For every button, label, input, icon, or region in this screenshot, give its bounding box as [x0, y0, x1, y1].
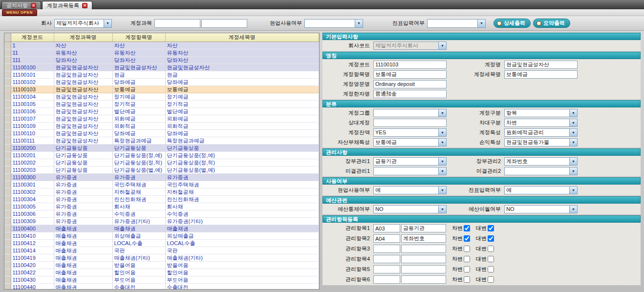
cell-subject[interactable]: 현금및현금성자산: [54, 107, 112, 115]
cell-code[interactable]: 11: [11, 49, 54, 56]
row-gutter[interactable]: [4, 217, 11, 225]
cell-detail[interactable]: 자산: [165, 42, 319, 49]
cell-item[interactable]: 단기금융상품(정,적): [112, 159, 165, 166]
cell-subject[interactable]: 매출채권: [54, 276, 112, 283]
cell-subject[interactable]: 단기금융상품: [54, 151, 112, 159]
cell-item[interactable]: 단기금융상품(별,예): [112, 166, 165, 173]
cell-subject[interactable]: 현금및현금성자산: [54, 137, 112, 144]
table-row[interactable]: 11100302유가증권지하철공채지하철공채: [4, 188, 319, 195]
cell-subject[interactable]: 유가증권: [54, 217, 112, 225]
asset-liability-attribute-select[interactable]: 보통예금▼: [373, 138, 447, 146]
cell-code[interactable]: 11100422: [11, 269, 54, 276]
row-gutter[interactable]: [4, 129, 11, 137]
row-gutter[interactable]: [4, 107, 11, 115]
cell-code[interactable]: 1: [11, 42, 54, 49]
account-group-select[interactable]: ▼: [373, 109, 447, 117]
cell-code[interactable]: 11100412: [11, 239, 54, 247]
cell-item[interactable]: 지하철공채: [112, 188, 165, 195]
row-gutter[interactable]: [4, 144, 11, 151]
account-balance-select[interactable]: YES▼: [373, 128, 447, 137]
cell-item[interactable]: 유동자산: [112, 49, 165, 56]
cell-code[interactable]: 11100107: [11, 115, 54, 122]
cell-code[interactable]: 11100200: [11, 144, 54, 151]
row-gutter[interactable]: [4, 78, 11, 85]
row-gutter[interactable]: [4, 151, 11, 159]
cell-subject[interactable]: 현금및현금성자산: [54, 78, 112, 85]
ledger-mgmt1-select[interactable]: 금융기관▼: [373, 157, 447, 166]
cell-code[interactable]: 11100400: [11, 225, 54, 232]
table-row[interactable]: 11100422매출채권할인어음할인어음: [4, 269, 319, 276]
cell-subject[interactable]: 매출채권: [54, 261, 112, 269]
cell-code[interactable]: 11100309: [11, 217, 54, 225]
row-gutter[interactable]: [4, 269, 11, 276]
table-row[interactable]: 11100301유가증권국민주택채권국민주택채권: [4, 181, 319, 188]
cell-item[interactable]: 전신전화채권: [112, 195, 165, 203]
cell-detail[interactable]: 단기금융상품(별,예): [165, 166, 319, 173]
row-gutter[interactable]: [4, 173, 11, 181]
cell-code[interactable]: 11100302: [11, 188, 54, 195]
cell-subject[interactable]: 매출채권: [54, 283, 112, 290]
cell-code[interactable]: 11100304: [11, 195, 54, 203]
cell-item[interactable]: 매출채권(기타): [112, 254, 165, 261]
ledger-mgmt2-select[interactable]: 계좌번호▼: [504, 157, 578, 166]
cell-code[interactable]: 11100440: [11, 283, 54, 290]
cell-detail[interactable]: 정기적금: [165, 100, 319, 107]
table-row[interactable]: 11100412매출채권LOCAL수출LOCAL수출: [4, 239, 319, 247]
row-gutter[interactable]: [4, 93, 11, 100]
table-row[interactable]: 11100200단기금융상품단기금융상품단기금융상품: [4, 144, 319, 151]
cell-subject[interactable]: 단기금융상품: [54, 159, 112, 166]
cell-detail[interactable]: 단기금융상품(정,적): [165, 159, 319, 166]
cell-item[interactable]: 당좌예금: [112, 78, 165, 85]
cell-detail[interactable]: 전신전화채권: [165, 195, 319, 203]
cell-item[interactable]: 수익증권: [112, 210, 165, 217]
cell-item[interactable]: 부도어음: [112, 276, 165, 283]
debit-checkbox-5[interactable]: [464, 266, 470, 272]
mgmt-item-code-input-5[interactable]: [373, 265, 400, 273]
cell-item[interactable]: 보통예금: [112, 85, 165, 93]
mgmt-item-code-input-2[interactable]: [373, 234, 400, 243]
row-gutter[interactable]: [4, 181, 11, 188]
cell-code[interactable]: 11100410: [11, 232, 54, 239]
tab-account-registration[interactable]: 계정과목등록 ✕: [42, 1, 92, 9]
table-row[interactable]: 11100102현금및현금성자산당좌예금당좌예금: [4, 78, 319, 85]
credit-checkbox-3[interactable]: [488, 246, 494, 252]
cell-item[interactable]: 단기금융상품(정,예): [112, 151, 165, 159]
cell-code[interactable]: 11100430: [11, 276, 54, 283]
cell-code[interactable]: 11100100: [11, 63, 54, 71]
cell-subject[interactable]: 당좌자산: [54, 56, 112, 63]
debit-checkbox-6[interactable]: [464, 276, 470, 283]
field-usage-select[interactable]: 예▼: [373, 186, 447, 194]
usage-filter-select[interactable]: ▼: [304, 19, 363, 28]
cell-detail[interactable]: 당좌예금: [165, 129, 319, 137]
cell-item[interactable]: 받을어음: [112, 261, 165, 269]
cell-item[interactable]: 외상매출금: [112, 232, 165, 239]
cell-code[interactable]: 111: [11, 56, 54, 63]
table-row[interactable]: 11100430매출채권부도어음부도어음: [4, 276, 319, 283]
row-gutter[interactable]: [4, 100, 11, 107]
table-row[interactable]: 111당좌자산당좌자산당좌자산: [4, 56, 319, 63]
detail-print-button[interactable]: 상세출력: [494, 19, 531, 28]
table-row[interactable]: 11100419매출채권매출채권(기타)매출채권(기타): [4, 254, 319, 261]
table-row[interactable]: 11100105현금및현금성자산정기적금정기적금: [4, 100, 319, 107]
account-code-input[interactable]: [373, 61, 447, 69]
row-gutter[interactable]: [4, 122, 11, 129]
table-row[interactable]: 11100101현금및현금성자산현금현금: [4, 71, 319, 78]
account-name-filter-input[interactable]: [201, 19, 247, 28]
cell-code[interactable]: 11100202: [11, 159, 54, 166]
row-gutter[interactable]: [4, 188, 11, 195]
cell-code[interactable]: 11100110: [11, 129, 54, 137]
cell-detail[interactable]: 유가증권: [165, 173, 319, 181]
cell-detail[interactable]: 국판: [165, 247, 319, 254]
table-row[interactable]: 11100420매출채권받을어음받을어음: [4, 261, 319, 269]
mgmt-item-code-input-1[interactable]: [373, 224, 400, 232]
debit-checkbox-3[interactable]: [464, 246, 470, 252]
cell-detail[interactable]: 외화예금: [165, 115, 319, 122]
account-english-name-input[interactable]: [373, 80, 447, 88]
cell-item[interactable]: 수출대전: [112, 283, 165, 290]
cell-subject[interactable]: 유가증권: [54, 188, 112, 195]
row-gutter[interactable]: [4, 203, 11, 210]
cell-code[interactable]: 11100105: [11, 100, 54, 107]
table-row[interactable]: 11100400매출채권매출채권매출채권: [4, 225, 319, 232]
credit-checkbox-2[interactable]: [488, 235, 494, 242]
mgmt-item-code-input-4[interactable]: [373, 255, 400, 263]
